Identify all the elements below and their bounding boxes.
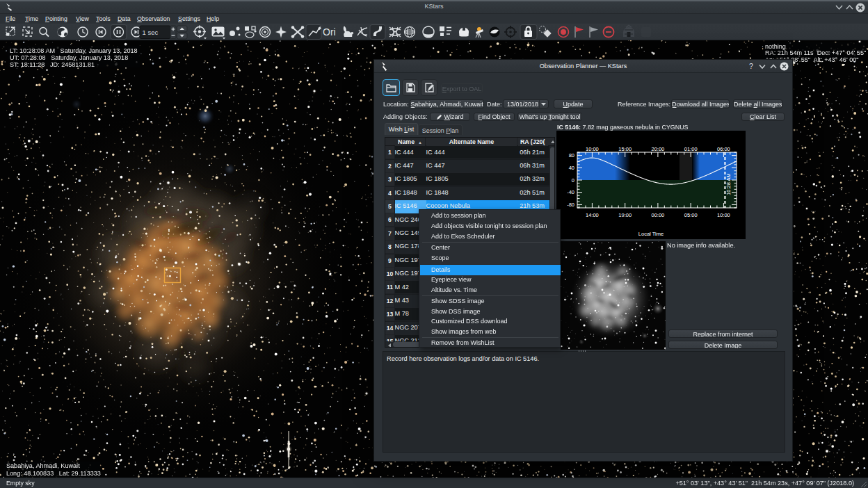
svg-text:1 sec: 1 sec (143, 29, 159, 36)
svg-text:06:00: 06:00 (717, 146, 730, 152)
svg-text:Ori: Ori (323, 26, 336, 38)
svg-text:40: 40 (569, 165, 574, 171)
svg-text:20:00: 20:00 (652, 146, 665, 152)
svg-text:05:00: 05:00 (684, 212, 698, 218)
svg-text:80: 80 (569, 152, 574, 158)
svg-text:10:00: 10:00 (717, 212, 730, 218)
svg-text:-80: -80 (567, 202, 574, 208)
svg-text:15:00: 15:00 (618, 146, 632, 152)
svg-text:Local Time: Local Time (638, 231, 664, 237)
svg-text:00:00: 00:00 (652, 212, 665, 218)
svg-text:19:00: 19:00 (618, 212, 632, 218)
svg-text:0: 0 (572, 177, 574, 184)
svg-text:01:00: 01:00 (684, 146, 698, 152)
svg-text:14:00: 14:00 (586, 212, 599, 218)
svg-text:-40: -40 (567, 189, 574, 195)
svg-text:10:00: 10:00 (586, 146, 599, 152)
svg-text:10:28 AM: 10:28 AM (725, 173, 732, 195)
